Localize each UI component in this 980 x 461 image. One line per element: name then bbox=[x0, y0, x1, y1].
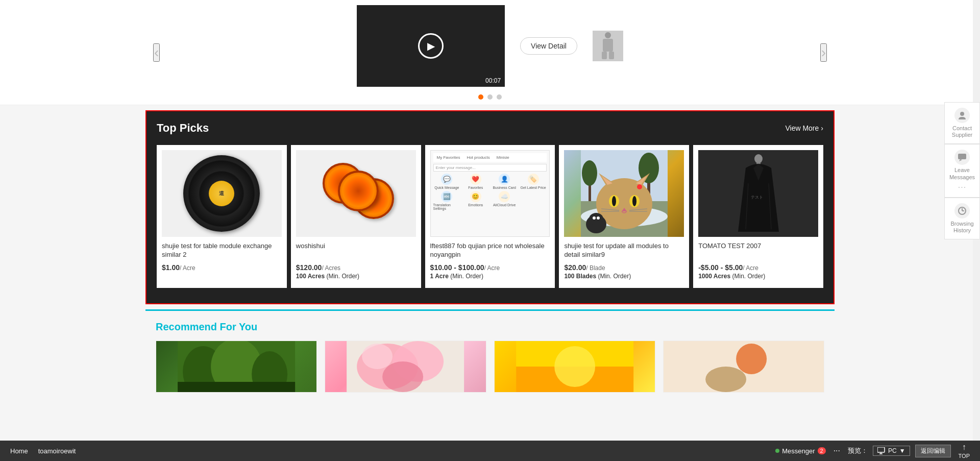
svg-text:テスト: テスト bbox=[751, 195, 763, 200]
svg-rect-3 bbox=[609, 52, 614, 59]
product-price-1: $1.00/ Acre bbox=[162, 263, 282, 272]
product-price-2: $120.00/ Acres bbox=[296, 263, 416, 272]
svg-point-27 bbox=[593, 216, 596, 220]
upper-center: ▶ 00:07 View Detail bbox=[170, 5, 810, 100]
vinyl-label: 道 bbox=[209, 181, 234, 206]
chat-icon-emotions: 😊 Emotions bbox=[462, 191, 489, 210]
sidebar-item-browsing-history[interactable]: Browsing History bbox=[944, 198, 980, 239]
recommend-card-3[interactable] bbox=[494, 341, 655, 393]
svg-point-28 bbox=[597, 216, 600, 220]
recommend-section: Recommend For You bbox=[145, 309, 835, 403]
nav-item-store[interactable]: toamoiroewit bbox=[38, 447, 76, 455]
pc-label: PC bbox=[888, 447, 897, 454]
top-picks-title: Top Picks bbox=[157, 122, 209, 135]
top-picks-header: Top Picks View More › bbox=[157, 122, 823, 135]
leave-messages-dots: ··· bbox=[958, 183, 966, 192]
chat-icon-get-price: 🏷️ Get Latest Price bbox=[520, 174, 547, 189]
min-order-qty-5: 1000 Acres bbox=[698, 273, 730, 280]
price-value-3: $10.00 - $100.00 bbox=[430, 263, 484, 272]
price-unit-1: / Acre bbox=[180, 264, 195, 272]
carousel-dot-3[interactable] bbox=[497, 94, 502, 100]
video-time: 00:07 bbox=[485, 77, 501, 84]
product-name-3: lftest887 fob qujian price not wholesale… bbox=[430, 242, 550, 260]
product-image-1: 道 bbox=[162, 150, 282, 237]
top-label: TOP bbox=[959, 453, 970, 459]
product-price-5: -$5.00 - $5.00/ Acre bbox=[698, 263, 818, 272]
recommend-card-4[interactable] bbox=[663, 341, 824, 393]
carousel-dot-1[interactable] bbox=[478, 94, 483, 100]
view-more-link[interactable]: View More › bbox=[785, 124, 823, 132]
view-detail-button[interactable]: View Detail bbox=[520, 37, 577, 55]
recommend-card-2[interactable] bbox=[325, 341, 486, 393]
min-order-label-5: Min. Order bbox=[734, 273, 763, 280]
chat-icons-grid: 💬 Quick Message ❤️ Favorites 👤 Business bbox=[433, 174, 547, 210]
svg-point-47 bbox=[554, 346, 595, 387]
chat-icon-business-card: 👤 Business Card bbox=[491, 174, 518, 189]
price-value-5: -$5.00 - $5.00 bbox=[698, 263, 743, 272]
pc-selector[interactable]: PC ▼ bbox=[873, 446, 910, 456]
svg-point-0 bbox=[605, 32, 611, 38]
product-name-2: woshishui bbox=[296, 242, 416, 260]
price-unit-3: / Acre bbox=[484, 264, 500, 272]
bottom-right: Messenger 2 ··· 预览： PC ▼ 返回编辑 ↑ TOP bbox=[775, 443, 970, 459]
edit-button[interactable]: 返回编辑 bbox=[915, 445, 951, 457]
product-image-2 bbox=[296, 150, 416, 237]
chat-tabs: My Favorites Hot products Minisie bbox=[433, 153, 547, 162]
more-options-button[interactable]: ··· bbox=[834, 446, 840, 455]
product-card-5[interactable]: テスト TOMATO TEST 2007 -$5.00 - $5.00/ Acr… bbox=[693, 145, 823, 288]
product-card-4[interactable]: shujie test for update all modules to de… bbox=[559, 145, 689, 288]
svg-point-49 bbox=[736, 344, 767, 374]
nav-item-home[interactable]: Home bbox=[10, 447, 28, 455]
product-card-3[interactable]: My Favorites Hot products Minisie Enter … bbox=[425, 145, 555, 288]
svg-rect-1 bbox=[603, 39, 613, 52]
product-image-3: My Favorites Hot products Minisie Enter … bbox=[430, 150, 550, 237]
recommend-grid bbox=[156, 341, 824, 393]
top-arrow-icon: ↑ bbox=[962, 443, 966, 452]
min-order-label-4: Min. Order bbox=[600, 273, 629, 280]
svg-point-51 bbox=[960, 112, 964, 116]
pc-dropdown-arrow: ▼ bbox=[899, 447, 905, 454]
messenger-indicator[interactable]: Messenger 2 bbox=[775, 447, 825, 455]
top-button[interactable]: ↑ TOP bbox=[959, 443, 970, 459]
recommend-card-1[interactable] bbox=[156, 341, 317, 393]
svg-point-19 bbox=[632, 196, 636, 206]
svg-rect-2 bbox=[602, 52, 607, 59]
sidebar-item-leave-messages[interactable]: Leave Messages ··· bbox=[944, 144, 980, 197]
min-order-label-3: Min. Order bbox=[452, 273, 481, 280]
tape-rolls-image bbox=[317, 160, 394, 227]
browsing-history-label: Browsing History bbox=[947, 221, 977, 234]
recommend-image-1 bbox=[156, 341, 316, 392]
svg-point-18 bbox=[612, 196, 616, 206]
product-card-2[interactable]: woshishui $120.00/ Acres 100 Acres (Min.… bbox=[291, 145, 421, 288]
product-image-5: テスト bbox=[698, 150, 818, 237]
messenger-badge: 2 bbox=[818, 447, 826, 454]
cat-photo-image bbox=[564, 150, 684, 237]
upper-inner: ‹ ▶ 00:07 View Detail bbox=[168, 0, 812, 105]
product-card-1[interactable]: 道 shujie test for table module exchange … bbox=[157, 145, 287, 288]
min-order-qty-2: 100 Acres bbox=[296, 273, 325, 280]
carousel-prev-arrow[interactable]: ‹ bbox=[153, 43, 160, 62]
svg-rect-52 bbox=[958, 154, 966, 159]
carousel-dot-2[interactable] bbox=[487, 94, 493, 100]
messenger-label: Messenger bbox=[782, 447, 815, 455]
chat-tab-3: Minisie bbox=[495, 155, 511, 160]
carousel-dots bbox=[478, 94, 502, 100]
svg-point-10 bbox=[582, 160, 597, 186]
svg-point-50 bbox=[705, 367, 746, 392]
product-image-4 bbox=[564, 150, 684, 237]
view-more-label: View More bbox=[785, 124, 819, 132]
product-name-4: shujie test for update all modules to de… bbox=[564, 242, 684, 260]
view-more-arrow-icon: › bbox=[821, 124, 823, 132]
recommend-image-2 bbox=[325, 341, 485, 392]
products-grid: 道 shujie test for table module exchange … bbox=[157, 145, 823, 288]
play-button[interactable]: ▶ bbox=[418, 33, 444, 59]
browsing-history-icon bbox=[954, 203, 970, 219]
min-order-qty-3: 1 Acre bbox=[430, 273, 449, 280]
chat-input-placeholder: Enter your message... bbox=[436, 165, 476, 170]
product-min-order-5: 1000 Acres (Min. Order) bbox=[698, 273, 818, 280]
price-value-1: $1.00 bbox=[162, 263, 180, 272]
chat-tab-1: My Favorites bbox=[435, 155, 462, 160]
video-player[interactable]: ▶ 00:07 bbox=[357, 5, 505, 87]
carousel-next-arrow[interactable]: › bbox=[820, 43, 827, 62]
sidebar-item-contact-supplier[interactable]: Contact Supplier bbox=[944, 102, 980, 144]
